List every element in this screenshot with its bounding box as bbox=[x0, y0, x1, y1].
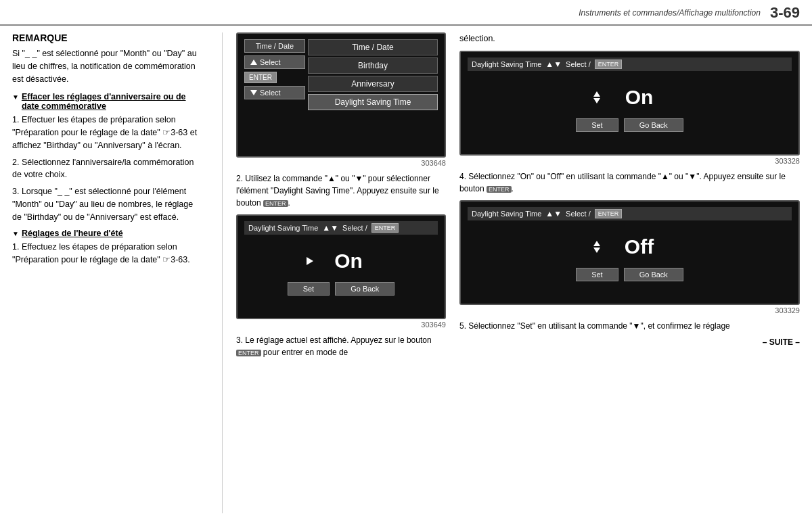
dls-enter-3: ENTER bbox=[595, 60, 623, 69]
caption3: 3. Le réglage actuel est affiché. Appuye… bbox=[236, 334, 446, 358]
dls-value-row-3: On bbox=[468, 74, 792, 116]
step1-2: 2. Sélectionnez l'anniversaire/la commém… bbox=[12, 156, 203, 182]
step1-3: 3. Lorsque "_ _" est sélectionné pour l'… bbox=[12, 185, 203, 223]
up-down-arrows bbox=[593, 91, 600, 103]
caption4: 4. Sélectionnez "On" ou "Off" en utilisa… bbox=[459, 170, 800, 195]
menu-item-1: Birthday bbox=[308, 57, 438, 74]
enter-btn-1: ENTER bbox=[244, 72, 277, 83]
dls-buttons-4: Set Go Back bbox=[468, 268, 792, 281]
screen1: Time / Date Select ENTER Select Time / D… bbox=[236, 32, 446, 158]
down-arrow-icon bbox=[593, 98, 600, 103]
set-btn-3: Set bbox=[576, 118, 618, 132]
menu-item-2: Anniversary bbox=[308, 76, 438, 92]
screen3: Daylight Saving Time ▲▼ Select / ENTER O… bbox=[459, 51, 800, 156]
screen3-wrap: Daylight Saving Time ▲▼ Select / ENTER O… bbox=[459, 51, 800, 165]
dls-select-2: Select / bbox=[342, 224, 367, 232]
dls-title-2: Daylight Saving Time bbox=[248, 224, 318, 232]
menu-item-3: Daylight Saving Time bbox=[308, 94, 438, 110]
middle-column: Time / Date Select ENTER Select Time / D… bbox=[229, 32, 453, 513]
remarque-body: Si "_ _" est sélectionné pour "Month" ou… bbox=[12, 47, 203, 85]
dls-header-2: Daylight Saving Time ▲▼ Select / ENTER bbox=[244, 221, 438, 235]
screen1-num: 303648 bbox=[236, 159, 446, 167]
dls-select-4: Select / bbox=[566, 210, 591, 218]
back-btn-3: Go Back bbox=[624, 118, 683, 132]
suite-label: – SUITE – bbox=[459, 337, 800, 347]
section-bullet-1: ▼ Effacer les réglages d'anniversaire ou… bbox=[12, 92, 203, 111]
down-triangle-icon bbox=[250, 90, 257, 95]
header-title: Instruments et commandes/Affichage multi… bbox=[579, 8, 761, 18]
dls-value-3: On bbox=[612, 86, 667, 109]
caption5: 5. Sélectionnez "Set" en utilisant la co… bbox=[459, 320, 800, 332]
caption2: 2. Utilisez la commande "▲" ou "▼" pour … bbox=[236, 172, 446, 209]
bullet2-title: Réglages de l'heure d'été bbox=[22, 229, 123, 238]
select-up-btn: Select bbox=[244, 55, 305, 69]
dls-value-row-4: Off bbox=[468, 223, 792, 265]
menu-item-0: Time / Date bbox=[308, 39, 438, 55]
dls-value-4: Off bbox=[612, 235, 667, 258]
right-top-caption: sélection. bbox=[459, 32, 800, 45]
set-btn-4: Set bbox=[576, 268, 618, 281]
page-number: 3-69 bbox=[770, 4, 800, 22]
screen2: Daylight Saving Time ▲▼ Select / ENTER O… bbox=[236, 214, 446, 319]
td-label: Time / Date bbox=[244, 39, 305, 53]
section-bullet-2: ▼ Réglages de l'heure d'été bbox=[12, 229, 203, 238]
down-arrow-icon-4 bbox=[593, 248, 600, 253]
page-header: Instruments et commandes/Affichage multi… bbox=[0, 0, 812, 26]
enter-inline-2: ENTER bbox=[263, 200, 288, 207]
select-down-btn: Select bbox=[244, 86, 305, 99]
set-btn-2: Set bbox=[288, 282, 330, 296]
dls-buttons-2: Set Go Back bbox=[244, 282, 438, 296]
remarque-title: REMARQUE bbox=[12, 32, 203, 43]
up-arrow-icon bbox=[593, 91, 600, 97]
dls-header-4: Daylight Saving Time ▲▼ Select / ENTER bbox=[468, 207, 792, 220]
screen1-wrap: Time / Date Select ENTER Select Time / D… bbox=[236, 32, 446, 167]
dls-buttons-3: Set Go Back bbox=[468, 118, 792, 132]
screen1-right: Time / Date Birthday Anniversary Dayligh… bbox=[308, 39, 438, 110]
dls-value-row-2: On bbox=[244, 237, 438, 279]
up-arrow-icon-4 bbox=[593, 241, 600, 246]
bullet1-title: Effacer les réglages d'anniversaire ou d… bbox=[22, 92, 203, 111]
dls-select-3: Select / bbox=[566, 60, 591, 68]
screen2-num: 303649 bbox=[236, 321, 446, 329]
dls-title-3: Daylight Saving Time bbox=[472, 60, 541, 68]
right-triangle-icon bbox=[307, 257, 313, 265]
screen4-num: 303329 bbox=[459, 306, 800, 314]
back-btn-4: Go Back bbox=[624, 268, 683, 281]
screen1-left: Time / Date Select ENTER Select bbox=[244, 39, 305, 110]
vertical-divider bbox=[222, 32, 223, 513]
dls-enter-4: ENTER bbox=[595, 209, 623, 218]
enter-inline-4: ENTER bbox=[487, 186, 512, 193]
bullet-triangle-1: ▼ bbox=[12, 93, 19, 101]
enter-inline-3: ENTER bbox=[236, 350, 261, 356]
step2-1: 1. Effectuez les étapes de préparation s… bbox=[12, 241, 203, 266]
step1-1: 1. Effectuer les étapes de préparation s… bbox=[12, 114, 203, 151]
dls-enter-2: ENTER bbox=[371, 223, 399, 233]
dls-header-3: Daylight Saving Time ▲▼ Select / ENTER bbox=[468, 57, 792, 71]
screen1-inner: Time / Date Select ENTER Select Time / D… bbox=[244, 39, 438, 110]
screen4: Daylight Saving Time ▲▼ Select / ENTER O… bbox=[459, 200, 800, 305]
main-content: REMARQUE Si "_ _" est sélectionné pour "… bbox=[0, 26, 812, 513]
dls-value-2: On bbox=[321, 250, 376, 273]
up-triangle-icon bbox=[250, 60, 257, 65]
screen4-wrap: Daylight Saving Time ▲▼ Select / ENTER O… bbox=[459, 200, 800, 314]
dls-title-4: Daylight Saving Time bbox=[472, 210, 541, 218]
screen3-num: 303328 bbox=[459, 157, 800, 165]
left-column: REMARQUE Si "_ _" est sélectionné pour "… bbox=[12, 32, 215, 513]
bullet-triangle-2: ▼ bbox=[12, 230, 19, 237]
up-down-arrows-4 bbox=[593, 241, 600, 253]
back-btn-2: Go Back bbox=[335, 282, 394, 296]
screen2-wrap: Daylight Saving Time ▲▼ Select / ENTER O… bbox=[236, 214, 446, 329]
right-column: sélection. Daylight Saving Time ▲▼ Selec… bbox=[453, 32, 800, 513]
